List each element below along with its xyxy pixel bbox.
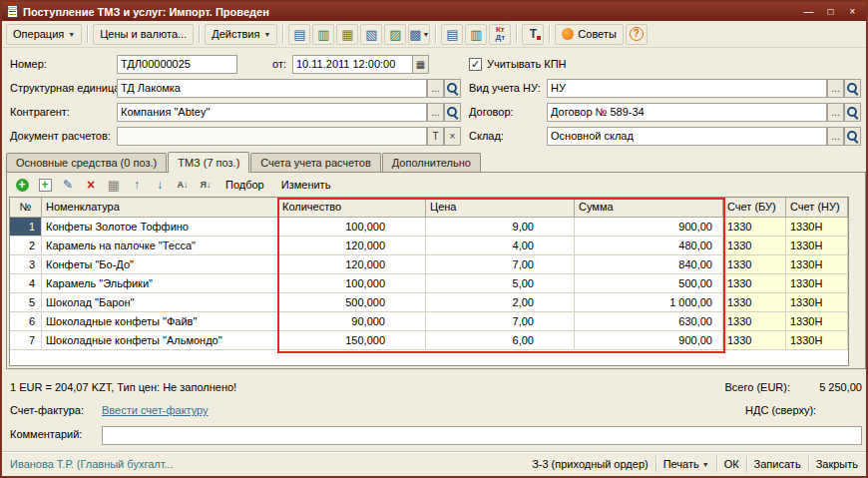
cell-nu[interactable]: 1330Н (786, 255, 848, 273)
create-based-button[interactable]: ▧ (360, 24, 382, 45)
operation-menu-button[interactable]: Операция ▼ (6, 24, 82, 45)
cell-price[interactable]: 7,00 (426, 312, 575, 330)
settlement-document-clear-button[interactable]: × (444, 127, 461, 146)
cell-price[interactable]: 2,00 (426, 293, 575, 311)
minimize-button[interactable]: — (800, 5, 817, 19)
more-actions-button[interactable]: ▩ ▼ (408, 24, 430, 45)
warehouse-open-button[interactable] (844, 127, 861, 146)
cell-nu[interactable]: 1330Н (786, 293, 848, 311)
tab-additional[interactable]: Дополнительно (382, 153, 481, 172)
cell-qty[interactable]: 150,000 (278, 331, 426, 349)
close-window-button[interactable]: Закрыть (816, 458, 858, 470)
cell-name[interactable]: Шоколадные конфеты "Файв" (42, 312, 278, 330)
related-order-button[interactable]: З-3 (приходный ордер) (532, 458, 649, 470)
check-list-settings-button[interactable]: ▥ (465, 24, 487, 45)
maximize-button[interactable]: □ (822, 5, 839, 19)
tips-button[interactable]: Советы (555, 24, 623, 45)
structural-unit-open-button[interactable] (444, 79, 461, 98)
cell-bu[interactable]: 1330 (723, 312, 786, 330)
cell-sum[interactable]: 630,00 (575, 312, 723, 330)
table-row[interactable]: 3Конфеты "Бо-До"120,0007,00840,001330133… (10, 255, 848, 274)
calendar-button[interactable]: ▦ (412, 55, 429, 74)
prices-currency-button[interactable]: Цены и валюта... (93, 24, 194, 45)
refresh-button[interactable]: ▨ (384, 24, 406, 45)
cell-num[interactable]: 3 (10, 255, 42, 273)
move-up-button[interactable]: ↑ (127, 175, 147, 195)
save-button[interactable]: Записать (754, 458, 801, 470)
change-button[interactable]: Изменить (274, 177, 338, 193)
cell-bu[interactable]: 1330 (723, 237, 786, 254)
counterparty-select-button[interactable]: ... (427, 103, 444, 122)
cell-name[interactable]: Конфеты Золотое Тоффино (42, 218, 278, 236)
cell-bu[interactable]: 1330 (723, 218, 786, 236)
check-list-button[interactable]: ▤ (441, 24, 463, 45)
pick-button[interactable]: Подбор (218, 177, 271, 193)
actions-menu-button[interactable]: Действия ▼ (205, 24, 277, 45)
cell-sum[interactable]: 480,00 (575, 237, 723, 254)
add-row-button[interactable]: + (12, 175, 32, 195)
warehouse-input[interactable]: Основной склад (547, 127, 827, 146)
cell-sum[interactable]: 500,00 (575, 274, 723, 292)
table-row[interactable]: 1Конфеты Золотое Тоффино100,0009,00900,0… (10, 218, 848, 237)
cell-price[interactable]: 6,00 (426, 331, 575, 349)
cell-qty[interactable]: 120,000 (278, 237, 426, 254)
accounting-type-input[interactable]: НУ (547, 79, 827, 98)
print-button[interactable]: Печать ▼ (663, 458, 709, 470)
ok-button[interactable]: ОК (724, 458, 739, 470)
subordination-structure-button[interactable]: Т (522, 24, 544, 45)
contract-input[interactable]: Договор № 589-34 (547, 103, 827, 122)
cell-num[interactable]: 5 (10, 293, 42, 311)
cell-nu[interactable]: 1330Н (786, 218, 848, 236)
cell-qty[interactable]: 500,000 (278, 293, 426, 311)
post-document-button[interactable]: ▤ (288, 24, 310, 45)
contract-open-button[interactable] (844, 103, 861, 122)
tab-tmz[interactable]: ТМЗ (7 поз.) (168, 152, 249, 173)
reserved-button[interactable]: ▦ (104, 175, 124, 195)
cell-name[interactable]: Шоколад "Барон" (42, 293, 278, 311)
number-input[interactable]: ТДЛ00000025 (117, 55, 237, 74)
cell-name[interactable]: Шоколадные конфеты "Альмондо" (42, 331, 278, 349)
counterparty-input[interactable]: Компания "Abtey" (117, 103, 427, 122)
cell-bu[interactable]: 1330 (723, 331, 786, 349)
cell-name[interactable]: Конфеты "Бо-До" (42, 255, 278, 273)
table-row[interactable]: 5Шоколад "Барон"500,0002,001 000,0013301… (10, 293, 848, 312)
cell-num[interactable]: 2 (10, 237, 42, 254)
cell-num[interactable]: 1 (10, 218, 42, 236)
cell-bu[interactable]: 1330 (723, 274, 786, 292)
cell-qty[interactable]: 100,000 (278, 274, 426, 292)
edit-row-button[interactable]: ✎ (58, 175, 78, 195)
accounting-type-open-button[interactable] (844, 79, 861, 98)
cell-nu[interactable]: 1330Н (786, 331, 848, 349)
cell-num[interactable]: 4 (10, 274, 42, 292)
delete-row-button[interactable]: × (81, 175, 101, 195)
structural-unit-select-button[interactable]: ... (427, 79, 444, 98)
sort-ascending-button[interactable]: А↓ (173, 175, 193, 195)
sort-descending-button[interactable]: Я↓ (196, 175, 216, 195)
cell-qty[interactable]: 100,000 (278, 218, 426, 236)
cell-bu[interactable]: 1330 (723, 293, 786, 311)
cell-price[interactable]: 4,00 (426, 237, 575, 254)
cell-sum[interactable]: 900,00 (575, 331, 723, 349)
cell-price[interactable]: 9,00 (426, 218, 575, 236)
kpn-checkbox[interactable]: ✓ (469, 58, 482, 71)
cell-qty[interactable]: 90,000 (278, 312, 426, 330)
copy-document-button[interactable]: ▥ (312, 24, 334, 45)
open-list-button[interactable]: ▦ (336, 24, 358, 45)
table-row[interactable]: 7Шоколадные конфеты "Альмондо"150,0006,0… (10, 331, 848, 350)
table-row[interactable]: 6Шоколадные конфеты "Файв"90,0007,00630,… (10, 312, 848, 331)
structural-unit-input[interactable]: ТД Лакомка (117, 79, 427, 98)
tab-settlement-accounts[interactable]: Счета учета расчетов (250, 153, 380, 172)
table-row[interactable]: 2Карамель на палочке "Тесса"120,0004,004… (10, 237, 848, 255)
cell-nu[interactable]: 1330Н (786, 312, 848, 330)
accounting-type-select-button[interactable]: ... (827, 79, 844, 98)
tab-fixed-assets[interactable]: Основные средства (0 поз.) (6, 153, 167, 172)
counterparty-open-button[interactable] (444, 103, 461, 122)
cell-name[interactable]: Карамель на палочке "Тесса" (42, 237, 278, 254)
date-input[interactable]: 10.11.2011 12:00:00 (292, 55, 429, 74)
settlement-document-input[interactable] (117, 127, 427, 146)
cell-nu[interactable]: 1330Н (786, 274, 848, 292)
contract-select-button[interactable]: ... (827, 103, 844, 122)
dt-kt-button[interactable]: Кт Дт (489, 24, 511, 45)
cell-num[interactable]: 6 (10, 312, 42, 330)
cell-sum[interactable]: 1 000,00 (575, 293, 723, 311)
